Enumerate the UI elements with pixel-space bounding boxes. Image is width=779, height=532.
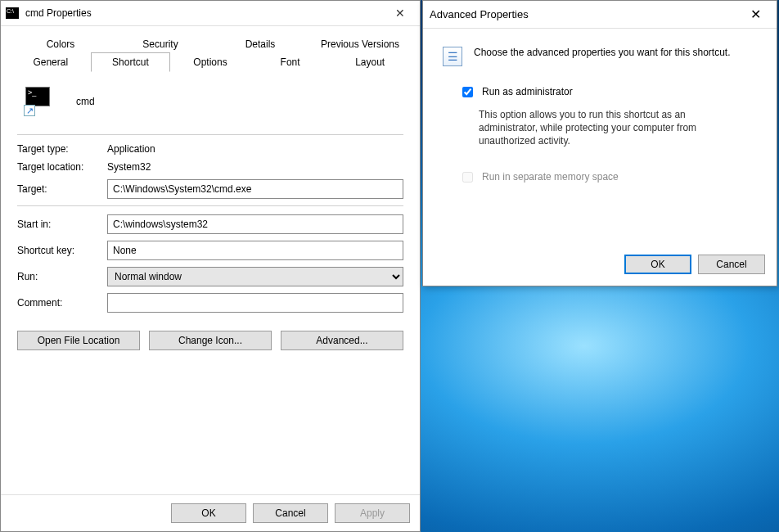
start-in-input[interactable]	[107, 214, 403, 234]
run-select[interactable]: Normal window	[107, 267, 403, 286]
value-target-location: System32	[107, 161, 151, 173]
run-separate-memory-row: Run in separate memory space	[459, 171, 757, 185]
tab-font[interactable]: Font	[250, 52, 331, 72]
separator	[17, 205, 403, 206]
label-comment: Comment:	[17, 297, 107, 309]
label-shortcut-key: Shortcut key:	[17, 245, 107, 256]
label-run: Run:	[17, 271, 107, 282]
advanced-button[interactable]: Advanced...	[281, 331, 403, 350]
shortcut-tab-content: ↗ cmd Target type: Application Target lo…	[1, 72, 420, 494]
tab-shortcut[interactable]: Shortcut	[91, 52, 171, 72]
label-target-location: Target location:	[17, 161, 107, 173]
properties-list-icon: ☰	[443, 47, 462, 66]
run-as-admin-checkbox[interactable]	[462, 87, 473, 97]
tab-previous-versions[interactable]: Previous Versions	[310, 34, 410, 53]
change-icon-button[interactable]: Change Icon...	[149, 331, 272, 350]
run-as-admin-description: This option allows you to run this short…	[479, 108, 741, 148]
tab-general[interactable]: General	[11, 52, 91, 72]
run-as-admin-row[interactable]: Run as administrator	[459, 86, 757, 100]
ok-button[interactable]: OK	[171, 503, 246, 523]
run-separate-memory-label: Run in separate memory space	[482, 171, 619, 183]
tab-security[interactable]: Security	[110, 34, 210, 53]
cmd-properties-dialog: cmd Properties ✕ Colors Security Details…	[0, 0, 421, 532]
tab-options[interactable]: Options	[170, 52, 250, 72]
close-icon[interactable]: ✕	[741, 1, 770, 28]
shortcut-key-input[interactable]	[107, 241, 403, 260]
run-separate-memory-checkbox	[462, 172, 473, 183]
label-target: Target:	[17, 183, 107, 195]
comment-input[interactable]	[107, 293, 403, 313]
cmd-icon	[6, 7, 19, 19]
open-file-location-button[interactable]: Open File Location	[17, 331, 140, 350]
advanced-titlebar[interactable]: Advanced Properties ✕	[423, 1, 777, 29]
tab-layout[interactable]: Layout	[330, 52, 410, 72]
shortcut-overlay-icon: ↗	[24, 105, 35, 116]
tab-colors[interactable]: Colors	[11, 34, 110, 53]
run-as-admin-label: Run as administrator	[482, 86, 573, 97]
tabs: Colors Security Details Previous Version…	[1, 26, 420, 72]
advanced-ok-button[interactable]: OK	[624, 255, 691, 274]
advanced-intro-text: Choose the advanced properties you want …	[474, 47, 731, 58]
advanced-cancel-button[interactable]: Cancel	[698, 255, 765, 274]
shortcut-file-icon: ↗	[24, 87, 53, 116]
value-target-type: Application	[107, 143, 155, 155]
advanced-footer: OK Cancel	[423, 245, 777, 286]
tab-details[interactable]: Details	[210, 34, 310, 53]
advanced-properties-dialog: Advanced Properties ✕ ☰ Choose the advan…	[422, 0, 777, 286]
cancel-button[interactable]: Cancel	[253, 503, 328, 523]
separator	[17, 134, 403, 135]
label-start-in: Start in:	[17, 219, 107, 230]
apply-button[interactable]: Apply	[335, 503, 410, 523]
target-input[interactable]	[107, 179, 403, 199]
window-title: cmd Properties	[25, 7, 385, 19]
titlebar[interactable]: cmd Properties ✕	[1, 1, 420, 26]
shortcut-name: cmd	[76, 96, 95, 107]
close-icon[interactable]: ✕	[385, 1, 415, 25]
label-target-type: Target type:	[17, 143, 107, 155]
dialog-footer: OK Cancel Apply	[1, 494, 420, 531]
advanced-window-title: Advanced Properties	[430, 8, 741, 20]
